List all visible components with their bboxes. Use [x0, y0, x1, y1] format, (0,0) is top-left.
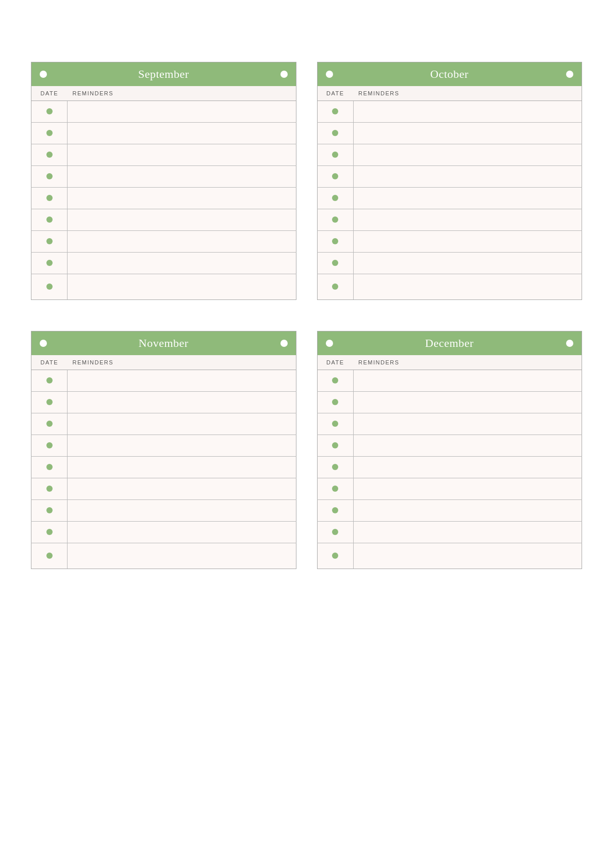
reminder-cell[interactable]: [68, 144, 296, 166]
table-row: [317, 188, 582, 209]
reminder-cell[interactable]: [353, 500, 582, 522]
table-row: [317, 500, 582, 522]
date-cell: [317, 231, 353, 253]
table-row: [317, 370, 582, 392]
date-cell: [31, 253, 68, 274]
date-cell: [31, 274, 68, 300]
reminder-cell[interactable]: [68, 370, 296, 392]
reminder-cell[interactable]: [353, 370, 582, 392]
bullet-icon: [46, 421, 53, 427]
october-col-headers: DATE REMINDERS: [317, 86, 582, 101]
reminder-cell[interactable]: [353, 253, 582, 274]
dot-icon-left-dec: [326, 340, 333, 347]
december-col-headers: DATE REMINDERS: [317, 355, 582, 370]
table-row: [31, 253, 296, 274]
reminder-cell[interactable]: [353, 101, 582, 123]
reminder-cell[interactable]: [68, 392, 296, 413]
bullet-icon: [46, 399, 53, 405]
reminder-cell[interactable]: [68, 478, 296, 500]
bullet-icon: [46, 507, 53, 513]
table-row: [317, 144, 582, 166]
table-row: [31, 457, 296, 478]
date-col-header-dec: DATE: [317, 355, 353, 370]
bullet-icon: [332, 553, 338, 559]
table-row: [317, 478, 582, 500]
bullet-icon: [46, 442, 53, 448]
bullet-icon: [332, 260, 338, 266]
bullet-icon: [332, 399, 338, 405]
october-table: October DATE REMINDERS: [317, 62, 583, 300]
table-row: [31, 392, 296, 413]
table-row: [31, 478, 296, 500]
table-row: [31, 188, 296, 209]
reminder-cell[interactable]: [68, 457, 296, 478]
reminder-cell[interactable]: [68, 543, 296, 569]
bullet-icon: [46, 173, 53, 179]
reminder-cell[interactable]: [68, 231, 296, 253]
table-row: [317, 253, 582, 274]
date-cell: [317, 435, 353, 457]
date-cell: [31, 231, 68, 253]
reminder-cell[interactable]: [68, 522, 296, 543]
reminder-cell[interactable]: [68, 253, 296, 274]
reminder-cell[interactable]: [353, 457, 582, 478]
date-col-header-sept: DATE: [31, 86, 68, 101]
table-row: [31, 500, 296, 522]
dot-icon-left-sept: [40, 71, 47, 78]
bullet-icon: [332, 464, 338, 470]
reminder-cell[interactable]: [353, 209, 582, 231]
date-cell: [31, 370, 68, 392]
bullet-icon: [46, 238, 53, 244]
reminder-cell[interactable]: [68, 101, 296, 123]
bullet-icon: [46, 486, 53, 492]
reminder-cell[interactable]: [353, 188, 582, 209]
page: September DATE REMINDERS: [0, 0, 613, 868]
reminder-cell[interactable]: [353, 166, 582, 188]
reminder-cell[interactable]: [353, 231, 582, 253]
reminder-cell[interactable]: [353, 435, 582, 457]
reminder-cell[interactable]: [353, 123, 582, 144]
bullet-icon: [332, 108, 338, 114]
reminder-cell[interactable]: [353, 392, 582, 413]
date-cell: [317, 188, 353, 209]
reminder-cell[interactable]: [68, 274, 296, 300]
reminder-cell[interactable]: [353, 413, 582, 435]
bullet-icon: [332, 442, 338, 448]
table-row: [317, 166, 582, 188]
december-table: December DATE REMINDERS: [317, 331, 583, 569]
reminder-cell[interactable]: [353, 144, 582, 166]
table-row: [317, 231, 582, 253]
bullet-icon: [46, 195, 53, 201]
table-row: [317, 435, 582, 457]
reminder-cell[interactable]: [353, 543, 582, 569]
date-cell: [317, 253, 353, 274]
reminder-cell[interactable]: [68, 500, 296, 522]
date-cell: [31, 500, 68, 522]
bullet-icon: [332, 507, 338, 513]
date-cell: [317, 144, 353, 166]
table-row: [31, 101, 296, 123]
date-cell: [317, 543, 353, 569]
bullet-icon: [332, 173, 338, 179]
dot-icon-right-nov: [280, 340, 288, 347]
bullet-icon: [332, 421, 338, 427]
table-row: [317, 543, 582, 569]
date-cell: [317, 274, 353, 300]
reminder-cell[interactable]: [68, 435, 296, 457]
reminder-cell[interactable]: [68, 413, 296, 435]
reminder-cell[interactable]: [353, 478, 582, 500]
reminder-cell[interactable]: [353, 274, 582, 300]
reminder-cell[interactable]: [68, 209, 296, 231]
dot-icon-right-dec: [566, 340, 573, 347]
reminder-cell[interactable]: [68, 123, 296, 144]
table-row: [31, 543, 296, 569]
reminder-cell[interactable]: [353, 522, 582, 543]
reminder-cell[interactable]: [68, 188, 296, 209]
reminder-cell[interactable]: [68, 166, 296, 188]
table-row: [317, 274, 582, 300]
table-row: [31, 209, 296, 231]
date-cell: [317, 522, 353, 543]
table-row: [317, 522, 582, 543]
date-cell: [317, 478, 353, 500]
table-row: [317, 101, 582, 123]
